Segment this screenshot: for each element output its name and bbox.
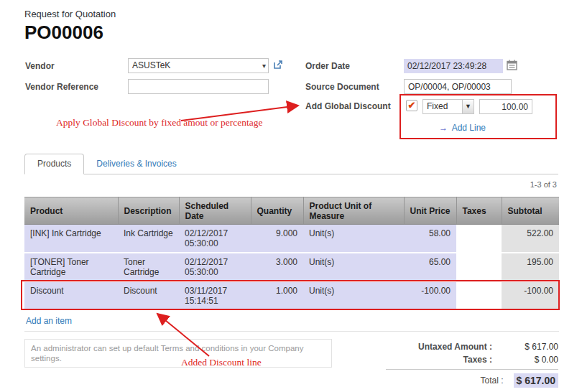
cell-quantity: 3.000 [251,253,303,281]
record-type-label: Request for Quotation [24,9,558,21]
discount-amount-input[interactable] [479,99,532,114]
cell-taxes [456,253,502,281]
taxes-value: $ 0.00 [502,354,558,365]
cell-description: Discount [118,281,179,310]
cell-scheduled-date: 02/12/2017 05:30:00 [179,253,251,281]
untaxed-amount-row: Untaxed Amount : $ 617.00 [386,340,558,353]
table-row-discount[interactable]: Discount Discount 03/11/2017 15:14:51 1.… [24,281,559,310]
tab-products[interactable]: Products [24,154,84,174]
vendor-value: ASUSTeK [132,60,170,70]
form-footer: An administrator can set up default Term… [24,339,558,389]
untaxed-amount-label: Untaxed Amount : [386,341,502,353]
cell-description: Toner Cartridge [118,253,179,281]
checkmark-icon: ✔ [408,100,416,111]
cell-subtotal: -100.00 [502,281,559,310]
source-document-label: Source Document [305,82,379,92]
table-row[interactable]: [INK] Ink Cartridge Ink Cartridge 02/12/… [24,225,559,253]
taxes-row: Taxes : $ 0.00 [386,353,558,366]
table-header-row: Product Description Scheduled Date Quant… [24,197,559,225]
chevron-down-icon[interactable]: ▾ [262,59,266,73]
col-description[interactable]: Description [118,197,179,225]
add-an-item-link[interactable]: Add an item [24,311,559,332]
cell-uom: Unit(s) [303,281,404,310]
cell-uom: Unit(s) [303,225,404,253]
global-discount-checkbox[interactable]: ✔ [406,100,417,111]
cell-unit-price: 65.00 [404,253,456,281]
add-line-label: Add Line [452,123,486,133]
col-uom[interactable]: Product Unit of Measure [303,197,404,225]
col-product[interactable]: Product [24,197,118,225]
col-unit-price[interactable]: Unit Price [404,197,456,225]
order-date-label: Order Date [305,61,350,71]
cell-unit-price: -100.00 [404,281,456,310]
totals-panel: Untaxed Amount : $ 617.00 Taxes : $ 0.00… [386,339,558,389]
col-quantity[interactable]: Quantity [251,197,303,225]
vendor-reference-label: Vendor Reference [25,82,98,92]
cell-product: [TONER] Toner Cartridge [24,253,118,281]
table-row[interactable]: [TONER] Toner Cartridge Toner Cartridge … [24,253,559,281]
totals-divider [386,369,558,370]
untaxed-amount-value: $ 617.00 [502,341,558,353]
purchase-order-page: Request for Quotation PO00006 Vendor ASU… [0,0,582,392]
vendor-label: Vendor [25,61,55,71]
discount-type-select[interactable]: Fixed ▼ [422,99,474,114]
cell-product: [INK] Ink Cartridge [24,225,118,253]
total-label: Total : [386,375,514,386]
col-scheduled-date[interactable]: Scheduled Date [179,197,251,225]
annotation-discount-line-note: Added Discount line [181,357,262,368]
source-document-input[interactable] [404,79,512,94]
vendor-select[interactable]: ASUSTeK ▾ [128,58,269,73]
cell-taxes [456,225,502,253]
arrow-right-icon: → [439,123,448,133]
cell-product: Discount [24,281,118,310]
col-subtotal[interactable]: Subtotal [502,197,559,225]
chevron-down-icon[interactable]: ▼ [462,100,474,113]
terms-note: An administrator can set up default Term… [24,339,332,368]
page-title: PO00006 [24,22,558,45]
cell-quantity: 1.000 [251,281,303,310]
annotation-global-discount-note: Apply Global Discount by fixed amout or … [56,117,263,129]
taxes-label: Taxes : [386,354,502,365]
global-discount-label: Add Global Discount [305,101,391,111]
vendor-reference-input[interactable] [128,79,269,94]
cell-subtotal: 522.00 [502,225,559,253]
cell-scheduled-date: 03/11/2017 15:14:51 [179,281,251,310]
pager: 1-3 of 3 [24,179,557,190]
form-area: Vendor ASUSTeK ▾ Vendor Reference Order … [24,57,558,149]
cell-quantity: 9.000 [251,225,303,253]
cell-uom: Unit(s) [303,253,404,281]
external-link-icon[interactable] [273,60,283,70]
cell-scheduled-date: 02/12/2017 05:30:00 [179,225,251,253]
cell-unit-price: 58.00 [404,225,456,253]
cell-description: Ink Cartridge [118,225,179,253]
tab-deliveries-invoices[interactable]: Deliveries & Invoices [84,154,188,174]
calendar-icon[interactable] [507,60,517,70]
order-date-value[interactable]: 02/12/2017 23:49:28 [404,59,503,73]
notebook-tabs: Products Deliveries & Invoices [24,154,558,174]
add-line-link[interactable]: → Add Line [439,123,486,133]
total-row: Total : $ 617.00 [386,372,558,389]
total-value: $ 617.00 [514,373,559,388]
cell-taxes [456,281,502,310]
col-taxes[interactable]: Taxes [456,197,502,225]
order-lines-table: Product Description Scheduled Date Quant… [24,197,559,311]
discount-type-value: Fixed [427,101,448,111]
cell-subtotal: 195.00 [502,253,559,281]
